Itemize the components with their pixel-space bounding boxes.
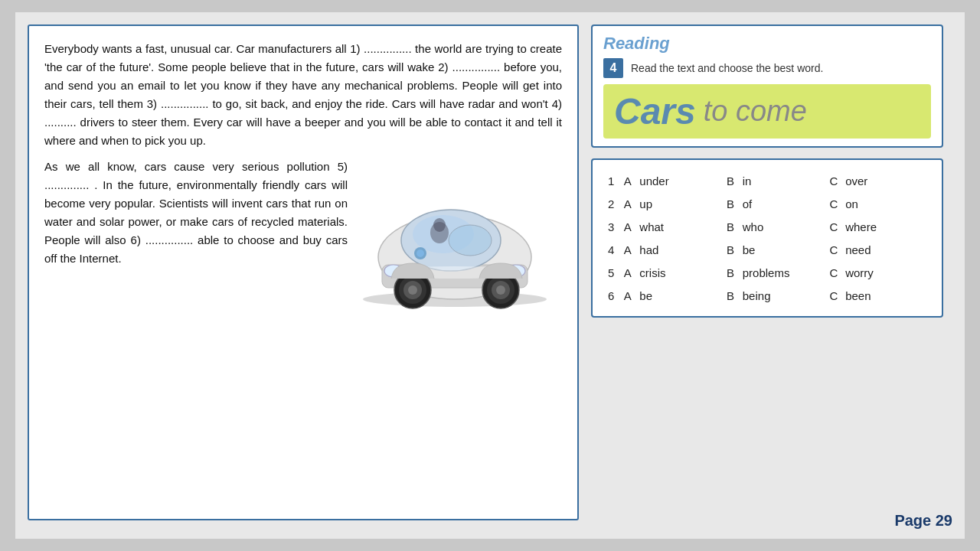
banner-word2: to come bbox=[704, 95, 807, 128]
choice-b-word: in bbox=[740, 169, 827, 192]
svg-point-5 bbox=[449, 225, 492, 256]
choice-c-label: C bbox=[827, 215, 843, 238]
choice-b-word: problems bbox=[740, 261, 827, 284]
choice-row: 3 A what B who C where bbox=[605, 215, 929, 238]
choice-c-label: C bbox=[827, 261, 843, 284]
choice-a-label: A bbox=[621, 284, 637, 307]
choice-a-label: A bbox=[621, 169, 637, 192]
choice-b-label: B bbox=[724, 261, 740, 284]
reading-text: Everybody wants a fast, unusual car. Car… bbox=[44, 40, 562, 318]
choice-c-label: C bbox=[827, 238, 843, 261]
car-illustration bbox=[351, 158, 558, 311]
choice-a-word: up bbox=[636, 192, 724, 215]
choice-row: 1 A under B in C over bbox=[605, 169, 929, 192]
exercise-instruction: Read the text and choose the best word. bbox=[631, 62, 823, 74]
choice-num: 1 bbox=[605, 169, 621, 192]
choice-c-label: C bbox=[827, 284, 843, 307]
svg-point-10 bbox=[416, 249, 424, 257]
choice-b-label: B bbox=[724, 284, 740, 307]
reading-header-box: Reading 4 Read the text and choose the b… bbox=[591, 24, 943, 148]
choice-a-label: A bbox=[621, 261, 637, 284]
choice-c-label: C bbox=[827, 192, 843, 215]
page-number: Page 29 bbox=[894, 512, 952, 530]
choice-b-label: B bbox=[724, 238, 740, 261]
paragraph-2: As we all know, cars cause very serious … bbox=[44, 158, 348, 268]
choice-row: 2 A up B of C on bbox=[605, 192, 929, 215]
banner-word1: Cars bbox=[614, 90, 696, 132]
choice-c-word: where bbox=[842, 215, 929, 238]
choice-row: 5 A crisis B problems C worry bbox=[605, 261, 929, 284]
subtitle-row: 4 Read the text and choose the best word… bbox=[603, 58, 931, 78]
left-panel: Everybody wants a fast, unusual car. Car… bbox=[28, 24, 579, 520]
choice-row: 6 A be B being C been bbox=[605, 284, 929, 307]
reading-title: Reading bbox=[603, 34, 931, 54]
choice-b-word: being bbox=[740, 284, 827, 307]
choice-c-word: worry bbox=[842, 261, 929, 284]
svg-point-20 bbox=[433, 218, 446, 232]
choice-a-word: what bbox=[636, 215, 724, 238]
choice-a-word: had bbox=[636, 238, 724, 261]
choice-b-word: of bbox=[740, 192, 827, 215]
choice-a-label: A bbox=[621, 238, 637, 261]
choice-b-label: B bbox=[724, 215, 740, 238]
choice-num: 5 bbox=[605, 261, 621, 284]
choice-a-label: A bbox=[621, 192, 637, 215]
choice-c-label: C bbox=[827, 169, 843, 192]
choice-b-word: who bbox=[740, 215, 827, 238]
choices-table: 1 A under B in C over 2 A up B of C on 3… bbox=[605, 169, 929, 307]
choice-a-word: be bbox=[636, 284, 724, 307]
choice-c-word: need bbox=[842, 238, 929, 261]
right-panel: Reading 4 Read the text and choose the b… bbox=[591, 24, 943, 527]
choice-b-word: be bbox=[740, 238, 827, 261]
choice-num: 6 bbox=[605, 284, 621, 307]
choice-a-word: crisis bbox=[636, 261, 724, 284]
cars-banner: Cars to come bbox=[603, 84, 931, 139]
svg-point-18 bbox=[496, 285, 505, 295]
choice-c-word: been bbox=[842, 284, 929, 307]
choice-num: 3 bbox=[605, 215, 621, 238]
choice-num: 2 bbox=[605, 192, 621, 215]
choices-box: 1 A under B in C over 2 A up B of C on 3… bbox=[591, 158, 943, 318]
choice-b-label: B bbox=[724, 169, 740, 192]
choice-c-word: on bbox=[842, 192, 929, 215]
choice-a-label: A bbox=[621, 215, 637, 238]
choice-b-label: B bbox=[724, 192, 740, 215]
choice-row: 4 A had B be C need bbox=[605, 238, 929, 261]
exercise-number: 4 bbox=[603, 58, 623, 78]
svg-point-14 bbox=[408, 285, 417, 295]
car-image bbox=[348, 158, 562, 318]
choice-c-word: over bbox=[842, 169, 929, 192]
paragraph-1: Everybody wants a fast, unusual car. Car… bbox=[44, 40, 562, 150]
choice-a-word: under bbox=[636, 169, 724, 192]
choice-num: 4 bbox=[605, 238, 621, 261]
page-container: Everybody wants a fast, unusual car. Car… bbox=[15, 12, 965, 539]
